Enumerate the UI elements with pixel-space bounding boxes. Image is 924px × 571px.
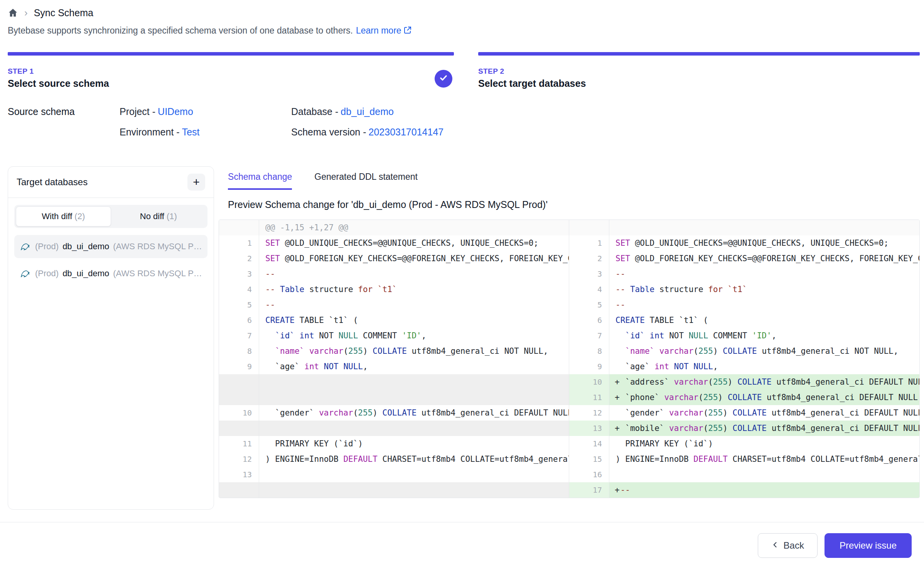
step-2-title: Select target databases	[478, 78, 920, 89]
code-token: COMMENT	[358, 331, 402, 340]
code-token: NULL	[689, 331, 708, 340]
left-line-number: 13	[219, 467, 259, 482]
right-line-number: 1	[569, 235, 609, 251]
left-line-number	[219, 421, 259, 436]
diff-view[interactable]: @@ -1,15 +1,27 @@1SET @OLD_UNIQUE_CHECKS…	[219, 220, 920, 498]
preview-issue-button[interactable]: Preview issue	[825, 533, 912, 558]
right-code-line: --	[609, 266, 919, 282]
code-token: utf8mb4_general_ci NOT NULL,	[757, 346, 899, 356]
code-token: `phone`	[615, 393, 664, 402]
code-token	[615, 346, 625, 356]
external-link-icon	[403, 25, 412, 35]
code-token: `age`	[615, 362, 654, 371]
code-token: COLLATE	[373, 346, 407, 356]
step-1-progress-bar	[8, 52, 454, 56]
left-line-number: 1	[219, 235, 259, 251]
learn-more-link[interactable]: Learn more	[356, 25, 412, 36]
right-line-number: 3	[569, 266, 609, 282]
code-token: NOT NULL	[674, 362, 713, 371]
code-token: PRIMARY KEY (`id`)	[265, 439, 363, 448]
code-token: DEFAULT	[693, 454, 728, 464]
right-line-number: 12	[569, 405, 609, 421]
page-title: Sync Schema	[34, 7, 93, 19]
right-code-line	[609, 467, 919, 482]
right-code-line: -- Table structure for `t1`	[609, 282, 919, 297]
code-token: )	[363, 346, 373, 356]
code-token: `t1`	[378, 285, 397, 294]
code-token: (	[703, 408, 708, 417]
tab-schema-change[interactable]: Schema change	[228, 172, 292, 190]
code-token	[265, 331, 275, 340]
code-token: ,	[363, 362, 368, 371]
code-token: 'ID'	[752, 331, 772, 340]
code-token: DEFAULT	[343, 454, 378, 464]
code-token: COLLATE	[723, 346, 757, 356]
left-line-number	[219, 374, 259, 390]
code-token: (	[703, 424, 708, 433]
code-token: @OLD_FOREIGN_KEY_CHECKS=@@FOREIGN_KEY_CH…	[280, 254, 569, 263]
code-token: ) ENGINE=InnoDB	[615, 454, 693, 464]
mysql-icon	[20, 268, 31, 279]
no-diff-tab[interactable]: No diff(1)	[111, 206, 206, 226]
code-token: utf8mb4_general_ci DEFAULT NULL,	[416, 408, 569, 417]
left-code-line: PRIMARY KEY (`id`)	[259, 436, 569, 451]
right-line-number: 7	[569, 328, 609, 343]
right-line-number: 10	[569, 374, 609, 390]
schema-version-link[interactable]: 20230317014147	[369, 127, 444, 137]
breadcrumb: › Sync Schema	[8, 5, 916, 20]
code-token: )	[718, 393, 728, 402]
code-token: NOT NULL	[324, 362, 363, 371]
code-token: SET	[615, 254, 630, 263]
tab-generated-ddl[interactable]: Generated DDL statement	[314, 172, 418, 190]
right-line-number: 11	[569, 390, 609, 405]
code-token: --	[265, 285, 280, 294]
right-line-number: 15	[569, 451, 609, 467]
step-1: STEP 1 Select source schema	[8, 52, 454, 89]
back-button[interactable]: Back	[758, 533, 818, 558]
code-token: ,	[713, 362, 718, 371]
code-token: --	[265, 300, 275, 309]
code-token: 255	[713, 377, 728, 387]
code-token	[723, 285, 728, 294]
project-link[interactable]: UIDemo	[158, 106, 193, 117]
diff-filter-tabs: With diff(2) No diff(1)	[14, 205, 207, 228]
code-token: utf8mb4_general_ci DEFAULT NULL,	[772, 377, 919, 387]
code-token: `name` varchar	[275, 346, 343, 356]
right-line-number: 16	[569, 467, 609, 482]
code-token: int	[304, 362, 319, 371]
home-icon[interactable]	[8, 8, 18, 18]
environment-link[interactable]: Test	[182, 127, 200, 137]
code-token: (	[353, 408, 358, 417]
code-token: `name` varchar	[625, 346, 693, 356]
right-code-line: PRIMARY KEY (`id`)	[609, 436, 919, 451]
code-token: NOT	[314, 331, 339, 340]
right-code-line: ) ENGINE=InnoDB DEFAULT CHARSET=utf8mb4 …	[609, 451, 919, 467]
left-code-line: ) ENGINE=InnoDB DEFAULT CHARSET=utf8mb4 …	[259, 451, 569, 467]
preview-issue-label: Preview issue	[840, 540, 897, 551]
with-diff-tab[interactable]: With diff(2)	[16, 206, 111, 226]
code-token: ) ENGINE=InnoDB	[265, 454, 343, 464]
left-code-line: `id` int NOT NULL COMMENT 'ID',	[259, 328, 569, 343]
right-code-line: `id` int NOT NULL COMMENT 'ID',	[609, 328, 919, 343]
step-indicator: STEP 1 Select source schema STEP 2 Selec…	[8, 52, 920, 89]
code-token	[265, 346, 275, 356]
code-token: `t1`	[728, 285, 747, 294]
add-database-button[interactable]: +	[187, 174, 205, 191]
right-line-number: 17	[569, 482, 609, 498]
database-item[interactable]: (Prod)db_ui_demo(AWS RDS MySQL Prod)	[14, 235, 207, 258]
code-token: NOT	[664, 331, 688, 340]
chevron-left-icon	[771, 540, 779, 551]
no-diff-count: (1)	[167, 211, 177, 221]
code-token: COLLATE	[383, 408, 417, 417]
code-token: COMMENT	[708, 331, 752, 340]
code-token: structure	[304, 285, 358, 294]
database-item[interactable]: (Prod)db_ui_demo(AWS RDS MySQL Prod)	[14, 262, 207, 285]
code-token: COLLATE	[733, 424, 767, 433]
code-token: (	[693, 346, 698, 356]
left-line-number: 8	[219, 343, 259, 359]
database-link[interactable]: db_ui_demo	[341, 106, 394, 117]
target-databases-title: Target databases	[17, 177, 88, 188]
left-line-number: 7	[219, 328, 259, 343]
code-token: @OLD_UNIQUE_CHECKS=@@UNIQUE_CHECKS, UNIQ…	[630, 238, 889, 248]
left-code-line: SET @OLD_FOREIGN_KEY_CHECKS=@@FOREIGN_KE…	[259, 251, 569, 266]
